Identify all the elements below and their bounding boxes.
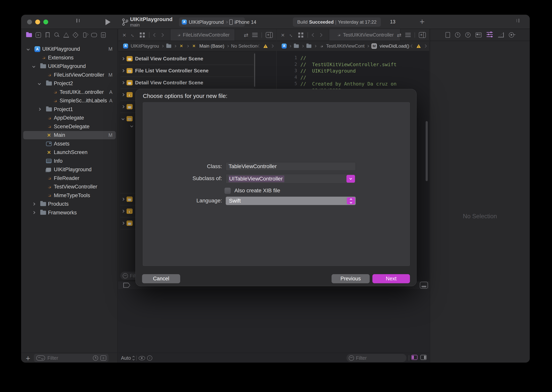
disclosure-chevron-icon[interactable] [121, 69, 125, 72]
add-file-button[interactable]: + [26, 354, 30, 363]
disclosure-chevron-icon[interactable] [32, 211, 35, 214]
find-navigator-icon[interactable] [54, 32, 60, 38]
reports-navigator-icon[interactable] [100, 32, 106, 38]
jumpbar-file[interactable]: Main (Base) [199, 43, 224, 49]
forward-icon[interactable] [318, 33, 322, 37]
folder-icon[interactable] [294, 44, 299, 48]
prev-issue-icon[interactable] [257, 44, 261, 48]
scene-row[interactable]: File List View Controller Scene [118, 65, 254, 77]
disclosure-chevron-icon[interactable] [38, 82, 41, 85]
folder-icon[interactable] [306, 44, 311, 48]
next-button[interactable]: Next [372, 274, 410, 283]
related-items-icon[interactable] [405, 33, 411, 37]
previous-button[interactable]: Previous [332, 274, 370, 283]
variables-view-toggle-icon[interactable] [411, 355, 418, 360]
xib-checkbox-label[interactable]: Also create XIB file [234, 188, 280, 194]
language-popup[interactable]: Swift [226, 196, 356, 205]
close-window-button[interactable] [27, 20, 32, 24]
sidebar-item-products[interactable]: Products [21, 200, 118, 208]
editor-grid-icon[interactable] [140, 33, 145, 38]
issues-navigator-icon[interactable] [63, 32, 69, 38]
sidebar-item-appdelegate[interactable]: AppDelegate [21, 114, 118, 122]
related-items-icon[interactable] [252, 33, 258, 37]
warning-count[interactable]: 13 [390, 19, 396, 25]
bookmarks-navigator-icon[interactable] [45, 32, 50, 38]
sidebar-item-project1[interactable]: Project1 [21, 105, 118, 114]
editor-grid-icon[interactable] [298, 33, 303, 38]
prev-issue-icon[interactable] [410, 44, 414, 48]
close-editor-icon[interactable] [122, 32, 126, 38]
info-icon[interactable] [147, 356, 152, 361]
tab-testuikitviewcontroller[interactable]: TestUIKitViewController [329, 29, 400, 41]
disclosure-chevron-icon[interactable] [121, 210, 125, 213]
expand-editor-icon[interactable] [288, 31, 295, 39]
tests-navigator-icon[interactable] [73, 32, 78, 38]
sidebar-item-scenedelegate[interactable]: SceneDelegate [21, 122, 118, 131]
sidebar-item-uikitplayground[interactable]: UIKitPlaygroundM [21, 45, 118, 53]
new-tab-button[interactable]: + [420, 17, 425, 26]
warning-icon[interactable] [417, 44, 421, 48]
sidebar-item-filelistviewcontroller[interactable]: FileListViewControllerM [21, 71, 118, 79]
console-view-toggle-icon[interactable] [420, 355, 427, 360]
zoom-window-button[interactable] [43, 20, 48, 24]
sidebar-item-extensions[interactable]: Extensions [21, 53, 118, 62]
close-editor-icon[interactable] [281, 32, 285, 38]
sidebar-item-info[interactable]: Info [21, 157, 118, 165]
sidebar-item-uikitplayground[interactable]: UIKitPlayground [21, 165, 118, 174]
activity-status[interactable]: Build Succeeded | Yesterday at 17:22 [293, 17, 381, 27]
warning-icon[interactable] [263, 44, 268, 48]
popup-stepper-icon[interactable] [347, 197, 355, 204]
quicklook-eye-icon[interactable] [139, 356, 145, 360]
sidebar-item-mimetypetools[interactable]: MimeTypeTools [21, 191, 118, 200]
sidebar-item-assets[interactable]: Assets [21, 140, 118, 148]
forward-icon[interactable] [160, 33, 164, 37]
disclosure-chevron-icon[interactable] [38, 108, 41, 111]
source-control-filter-icon[interactable] [100, 356, 106, 361]
sidebar-item-main[interactable]: MainM [21, 131, 118, 140]
navigator-filter-field[interactable]: Filter [34, 354, 109, 362]
jumpbar-project[interactable]: UIKitPlaygrou [131, 43, 159, 49]
storyboard-icon[interactable] [192, 44, 196, 48]
subclass-combobox[interactable]: UITableViewController [226, 174, 356, 184]
file-inspector-icon[interactable] [446, 32, 450, 38]
disclosure-chevron-icon[interactable] [121, 93, 125, 96]
combo-dropdown-button[interactable] [347, 175, 355, 183]
scene-row[interactable]: Detail View Controller Scene [118, 77, 254, 89]
debug-filter-field[interactable]: Filter [347, 354, 406, 362]
scheme-selector[interactable]: UIKitPlayground iPhone 14 [179, 17, 245, 27]
disclosure-chevron-icon[interactable] [121, 57, 125, 60]
sidebar-item-frameworks[interactable]: Frameworks [21, 208, 118, 217]
tab-filelistviewcontroller[interactable]: FileListViewController [170, 29, 235, 41]
minimap-toggle-icon[interactable] [420, 282, 428, 289]
code-line[interactable]: 1// [277, 55, 429, 62]
code-line[interactable]: 2// TestUIKitViewController.swift [277, 62, 429, 68]
class-field[interactable]: TableViewController [226, 162, 356, 171]
sidebar-item-project2[interactable]: Project2 [21, 79, 118, 88]
swap-editor-icon[interactable] [397, 32, 401, 38]
project-navigator-icon[interactable] [26, 32, 32, 38]
code-line[interactable]: 3// UIKitPlayground [277, 68, 429, 75]
breakpoints-navigator-icon[interactable] [91, 32, 97, 38]
updown-chevron-icon[interactable] [133, 356, 134, 360]
disclosure-chevron-icon[interactable] [121, 81, 125, 84]
storyboard-icon[interactable] [179, 44, 184, 48]
disclosure-chevron-icon[interactable] [121, 197, 125, 201]
expand-editor-icon[interactable] [129, 31, 137, 39]
sidebar-item-testuikit-ontroller[interactable]: TestUIKit...ontrollerA [21, 88, 118, 97]
next-issue-icon[interactable] [424, 44, 427, 48]
toggle-inspector-icon[interactable] [518, 19, 519, 23]
history-inspector-icon[interactable] [455, 32, 460, 38]
disclosure-chevron-icon[interactable] [32, 202, 35, 205]
sidebar-item-uikitplayground[interactable]: UIKitPlayground [21, 62, 118, 71]
jumpbar-symbol[interactable]: viewDidLoad() [380, 43, 409, 49]
jumpbar-selection[interactable]: No Selection [231, 43, 257, 49]
sidebar-item-filereader[interactable]: FileReader [21, 174, 118, 183]
identity-inspector-icon[interactable] [475, 33, 481, 37]
folder-icon[interactable] [166, 44, 171, 48]
cancel-button[interactable]: Cancel [142, 274, 180, 283]
auto-variables-select[interactable]: Auto [121, 355, 131, 361]
debug-navigator-icon[interactable] [82, 32, 88, 38]
code-scrollbar[interactable] [426, 121, 428, 181]
xib-checkbox[interactable] [224, 188, 231, 194]
sidebar-item-testviewcontroller[interactable]: TestViewController [21, 182, 118, 191]
